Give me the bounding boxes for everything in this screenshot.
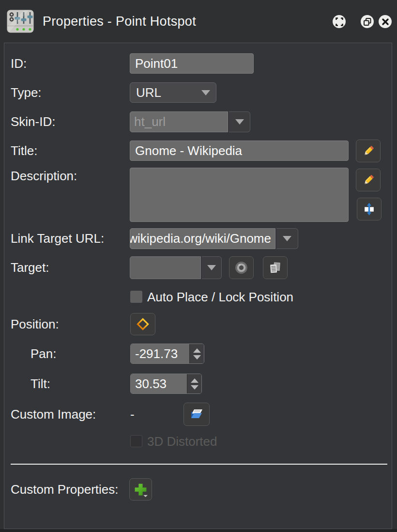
set-position-button[interactable] bbox=[130, 313, 155, 335]
edit-title-button[interactable] bbox=[356, 140, 381, 162]
pick-target-button[interactable] bbox=[229, 256, 254, 279]
link-target-url-dropdown-button[interactable] bbox=[276, 228, 298, 249]
window-bottom-edge bbox=[0, 529, 397, 532]
spin-down-icon bbox=[193, 355, 201, 360]
tilt-input[interactable]: 30.53 bbox=[131, 374, 187, 393]
target-value[interactable] bbox=[130, 256, 201, 279]
link-target-url-combo: wikipedia.org/wiki/Gnome bbox=[130, 228, 298, 249]
resize-description-button[interactable] bbox=[357, 198, 382, 220]
pan-spin-buttons[interactable] bbox=[189, 344, 204, 363]
duplicate-window-button[interactable] bbox=[361, 15, 374, 28]
tilt-label: Tilt: bbox=[31, 374, 50, 394]
spin-up-icon bbox=[193, 348, 201, 353]
auto-place-label: Auto Place / Lock Position bbox=[147, 288, 293, 306]
section-divider bbox=[11, 464, 387, 465]
target-label: Target: bbox=[11, 256, 49, 279]
distorted-3d-label: 3D Distorted bbox=[147, 433, 217, 450]
id-input[interactable]: Point01 bbox=[130, 53, 254, 74]
detach-window-button[interactable] bbox=[333, 15, 346, 28]
window-title: Properties - Point Hotspot bbox=[43, 0, 196, 43]
mixer-sliders-icon bbox=[7, 10, 34, 33]
skin-id-label: Skin-ID: bbox=[11, 111, 55, 132]
id-label: ID: bbox=[11, 53, 27, 74]
pan-label: Pan: bbox=[31, 344, 57, 364]
description-textarea[interactable] bbox=[130, 168, 349, 222]
link-target-url-label: Link Target URL: bbox=[11, 228, 104, 249]
type-dropdown-value: URL bbox=[136, 85, 161, 100]
properties-panel: ID: Point01 Type: URL Skin-ID: ht_url Ti… bbox=[4, 43, 392, 529]
type-dropdown[interactable]: URL bbox=[130, 82, 216, 103]
pan-input[interactable]: -291.73 bbox=[131, 344, 189, 363]
description-label: Description: bbox=[11, 168, 77, 184]
skin-id-dropdown-button[interactable] bbox=[229, 111, 250, 132]
diamond-icon bbox=[136, 317, 150, 331]
chevron-down-icon bbox=[201, 90, 210, 95]
auto-place-checkbox[interactable] bbox=[130, 291, 142, 303]
chevron-down-icon bbox=[207, 265, 216, 270]
distorted-3d-checkbox bbox=[130, 435, 142, 447]
titlebar: Properties - Point Hotspot bbox=[0, 0, 397, 43]
spin-down-icon bbox=[191, 385, 198, 390]
pencil-icon bbox=[362, 144, 375, 158]
target-combo bbox=[130, 256, 222, 279]
add-custom-property-button[interactable] bbox=[129, 478, 152, 501]
documents-copy-icon bbox=[269, 261, 282, 274]
chevron-down-icon bbox=[283, 236, 291, 241]
type-label: Type: bbox=[11, 82, 42, 103]
green-plus-icon bbox=[133, 482, 148, 497]
custom-image-value: - bbox=[130, 403, 135, 426]
copy-target-button[interactable] bbox=[263, 256, 288, 279]
detach-frame-icon bbox=[333, 16, 346, 28]
target-rings-icon bbox=[235, 261, 248, 274]
tilt-spinner: 30.53 bbox=[130, 374, 202, 394]
custom-image-label: Custom Image: bbox=[11, 403, 96, 426]
edit-description-button[interactable] bbox=[356, 169, 381, 191]
chevron-down-icon bbox=[235, 119, 244, 125]
link-target-url-input[interactable]: wikipedia.org/wiki/Gnome bbox=[130, 228, 275, 249]
custom-properties-label: Custom Properties: bbox=[11, 478, 119, 501]
spin-up-icon bbox=[191, 378, 198, 383]
close-window-button[interactable] bbox=[379, 15, 392, 28]
skin-id-value: ht_url bbox=[130, 111, 228, 132]
tilt-spin-buttons[interactable] bbox=[187, 374, 201, 393]
title-input[interactable]: Gnome - Wikipedia bbox=[130, 141, 349, 161]
choose-custom-image-button[interactable] bbox=[183, 403, 210, 426]
position-label: Position: bbox=[11, 313, 59, 335]
target-dropdown-button[interactable] bbox=[202, 256, 222, 279]
title-label: Title: bbox=[11, 141, 37, 161]
pan-spinner: -291.73 bbox=[130, 344, 204, 364]
close-x-icon bbox=[379, 16, 392, 28]
skin-id-combo: ht_url bbox=[130, 111, 250, 132]
properties-window: Properties - Point Hotspot ID: Point bbox=[0, 0, 397, 532]
open-folder-icon bbox=[189, 408, 204, 421]
vertical-resize-arrow-icon bbox=[363, 203, 376, 216]
pencil-icon bbox=[362, 173, 375, 187]
duplicate-windows-icon bbox=[361, 16, 374, 28]
